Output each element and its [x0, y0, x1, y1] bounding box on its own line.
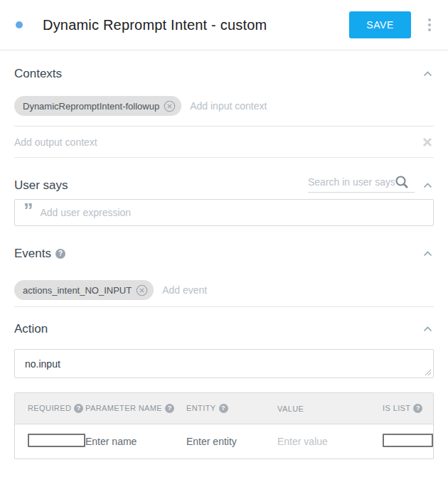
column-entity: ENTITY — [186, 404, 277, 413]
parameter-name-help-icon[interactable] — [165, 404, 174, 413]
entity-input[interactable] — [186, 436, 277, 447]
event-chip-label: actions_intent_NO_INPUT — [23, 285, 132, 296]
parameters-table-header: REQUIRED PARAMETER NAME ENTITY VALUE IS … — [15, 393, 433, 424]
save-button[interactable]: SAVE — [349, 11, 411, 38]
is-list-help-icon[interactable] — [413, 404, 422, 413]
quote-icon: ” — [23, 207, 33, 218]
action-heading: Action — [14, 322, 48, 336]
is-list-checkbox[interactable] — [383, 434, 433, 447]
action-name-value: no.input — [25, 358, 60, 370]
events-collapse-chevron-up-icon[interactable] — [422, 250, 434, 258]
column-value: VALUE — [277, 404, 383, 413]
parameters-table: REQUIRED PARAMETER NAME ENTITY VALUE IS … — [14, 392, 434, 459]
output-context-row — [14, 127, 434, 157]
required-cell — [15, 434, 85, 450]
remove-context-icon[interactable] — [164, 100, 176, 112]
resize-handle-icon[interactable] — [425, 369, 432, 376]
more-options-icon[interactable] — [425, 16, 434, 34]
action-collapse-chevron-up-icon[interactable] — [422, 325, 434, 333]
required-help-icon[interactable] — [74, 404, 83, 413]
remove-event-icon[interactable] — [136, 284, 148, 296]
entity-cell — [186, 435, 277, 448]
column-parameter-name: PARAMETER NAME — [85, 404, 186, 413]
user-says-collapse-chevron-up-icon[interactable] — [422, 181, 434, 190]
parameter-name-input[interactable] — [85, 436, 186, 447]
events-heading: Events — [14, 247, 51, 261]
clear-contexts-icon[interactable] — [421, 136, 434, 149]
contexts-collapse-chevron-up-icon[interactable] — [422, 70, 434, 78]
event-chip: actions_intent_NO_INPUT — [14, 280, 154, 300]
contexts-section-header: Contexts — [14, 67, 434, 81]
required-checkbox[interactable] — [28, 434, 85, 447]
search-user-says-input[interactable] — [308, 176, 395, 188]
column-is-list: IS LIST — [383, 404, 433, 413]
parameter-name-cell — [85, 435, 186, 448]
divider — [14, 157, 434, 158]
user-says-section-header: User says — [14, 175, 434, 193]
add-event-field[interactable] — [162, 284, 434, 296]
intent-status-dot-icon — [16, 21, 23, 28]
intent-header: Dynamic Reprompt Intent - custom SAVE — [0, 0, 448, 50]
search-icon[interactable] — [395, 175, 409, 189]
events-row: actions_intent_NO_INPUT — [14, 280, 434, 300]
user-expression-box: ” — [14, 199, 434, 226]
input-context-chip: DynamicRepromptIntent-followup — [14, 96, 181, 116]
value-cell — [277, 435, 383, 448]
input-context-chip-label: DynamicRepromptIntent-followup — [23, 101, 159, 112]
events-section-header: Events — [14, 247, 434, 261]
contexts-heading: Contexts — [14, 67, 62, 81]
entity-help-icon[interactable] — [219, 404, 228, 413]
action-name-textarea[interactable]: no.input — [14, 349, 434, 378]
add-input-context-field[interactable] — [190, 100, 434, 112]
value-input[interactable] — [277, 436, 383, 447]
parameter-row — [15, 424, 433, 459]
is-list-cell — [383, 434, 433, 450]
events-help-icon[interactable] — [55, 249, 65, 259]
user-says-heading: User says — [14, 178, 68, 193]
add-output-context-field[interactable] — [14, 136, 421, 148]
user-says-search — [308, 175, 415, 193]
add-user-expression-input[interactable] — [41, 207, 425, 218]
intent-title: Dynamic Reprompt Intent - custom — [43, 17, 349, 33]
divider — [14, 306, 434, 307]
input-contexts-row: DynamicRepromptIntent-followup — [14, 96, 434, 116]
action-section-header: Action — [14, 322, 434, 336]
column-required: REQUIRED — [15, 404, 85, 413]
